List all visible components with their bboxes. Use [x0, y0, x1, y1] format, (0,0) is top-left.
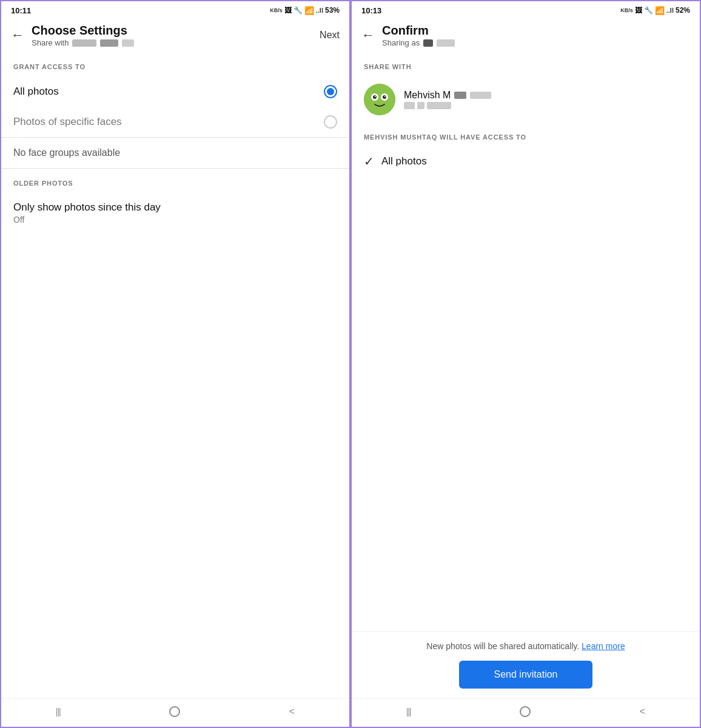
svg-point-3	[373, 95, 377, 99]
access-row: ✓ All photos	[352, 147, 700, 176]
left-bottom-nav	[1, 698, 349, 727]
name-blurred-1	[454, 92, 466, 99]
older-photos-option[interactable]: Only show photos since this day Off	[1, 193, 349, 228]
subtitle-blurred-2	[100, 39, 118, 47]
left-status-bar: 10:11 KB/s 🖼 🔧 📶 ..ll 53%	[1, 1, 349, 18]
left-content: GRANT ACCESS TO All photos Photos of spe…	[1, 52, 349, 698]
svg-point-6	[384, 96, 386, 97]
battery-text: 53%	[325, 6, 340, 15]
all-photos-option[interactable]: All photos	[1, 76, 349, 107]
next-button[interactable]: Next	[320, 30, 340, 41]
detail-blurred-1	[404, 102, 415, 109]
right-screen-title: Confirm	[382, 23, 690, 38]
right-status-icons: KB/s 🖼 🔧 📶 ..ll 52%	[620, 6, 690, 15]
signal-bars: ..ll	[316, 7, 323, 14]
older-photos-value: Off	[13, 215, 337, 224]
no-face-groups-text: No face groups available	[1, 138, 349, 168]
right-subtitle-blurred-2	[437, 39, 455, 47]
right-time: 10:13	[361, 6, 381, 15]
left-top-bar: ← Choose Settings Share with Next	[1, 18, 349, 52]
specific-faces-option[interactable]: Photos of specific faces	[1, 107, 349, 137]
grant-access-label: GRANT ACCESS TO	[1, 52, 349, 76]
battery-text-r: 52%	[676, 6, 690, 15]
signal-bars-r: ..ll	[666, 7, 674, 14]
all-photos-label: All photos	[13, 86, 59, 98]
right-back-button[interactable]: ←	[361, 29, 375, 42]
svg-point-5	[375, 96, 376, 97]
left-phone-screen: 10:11 KB/s 🖼 🔧 📶 ..ll 53% ← Choose Setti…	[0, 0, 350, 728]
right-subtitle-prefix: Sharing as	[382, 38, 420, 47]
learn-more-link[interactable]: Learn more	[582, 641, 625, 651]
gallery-icon: 🖼	[284, 6, 292, 15]
all-photos-radio[interactable]	[324, 85, 337, 98]
name-blurred-2	[470, 92, 491, 99]
subtitle-blurred-3	[122, 39, 134, 47]
right-bottom-nav	[352, 698, 700, 727]
access-to-label: MEHVISH MUSHTAQ WILL HAVE ACCESS TO	[352, 123, 700, 147]
auto-share-text: New photos will be shared automatically.…	[364, 641, 688, 651]
specific-faces-label: Photos of specific faces	[13, 116, 122, 128]
right-status-bar: 10:13 KB/s 🖼 🔧 📶 ..ll 52%	[352, 1, 700, 18]
contact-detail	[404, 102, 688, 109]
specific-faces-radio[interactable]	[324, 115, 337, 129]
detail-blurred-3	[427, 102, 451, 109]
right-nav-back-icon[interactable]	[640, 706, 645, 717]
right-phone-screen: 10:13 KB/s 🖼 🔧 📶 ..ll 52% ← Confirm Shar…	[350, 0, 701, 728]
right-screen-subtitle: Sharing as	[382, 38, 690, 47]
left-status-icons: KB/s 🖼 🔧 📶 ..ll 53%	[270, 6, 340, 15]
wrench-icon: 🔧	[293, 6, 303, 15]
left-back-button[interactable]: ←	[11, 29, 24, 42]
share-with-row: Mehvish M	[352, 76, 700, 123]
data-icon-r: KB/s	[620, 7, 633, 13]
left-title-group: Choose Settings Share with	[32, 23, 320, 47]
wifi-icon-r: 📶	[655, 6, 665, 15]
left-screen-subtitle: Share with	[32, 38, 320, 47]
checkmark-icon: ✓	[364, 154, 374, 169]
contact-avatar	[364, 84, 395, 115]
left-screen-title: Choose Settings	[32, 23, 320, 38]
contact-name-text: Mehvish M	[404, 90, 451, 101]
send-invitation-button[interactable]: Send invitation	[459, 661, 592, 689]
data-icon: KB/s	[270, 7, 283, 13]
avatar-image	[364, 84, 395, 115]
wifi-icon: 📶	[304, 6, 314, 15]
older-photos-label: OLDER PHOTOS	[1, 169, 349, 193]
avatar-svg	[364, 84, 395, 115]
subtitle-blurred-1	[72, 39, 96, 47]
right-footer: New photos will be shared automatically.…	[352, 631, 700, 698]
nav-back-icon[interactable]	[289, 706, 295, 717]
right-nav-home-icon[interactable]	[520, 706, 531, 717]
detail-blurred-2	[417, 102, 424, 109]
svg-point-4	[383, 95, 386, 99]
access-item-label: All photos	[381, 155, 427, 167]
nav-home-icon[interactable]	[169, 706, 180, 717]
contact-name: Mehvish M	[404, 90, 688, 101]
right-title-group: Confirm Sharing as	[382, 23, 690, 47]
auto-share-message: New photos will be shared automatically.	[426, 641, 579, 651]
older-photos-title: Only show photos since this day	[13, 201, 337, 214]
gallery-icon-r: 🖼	[635, 6, 642, 15]
wrench-icon-r: 🔧	[644, 6, 653, 15]
right-top-bar: ← Confirm Sharing as	[352, 18, 700, 52]
right-nav-menu-icon[interactable]	[406, 706, 411, 717]
subtitle-prefix: Share with	[32, 38, 69, 47]
share-with-label: SHARE WITH	[352, 52, 700, 76]
right-content: SHARE WITH	[352, 52, 700, 631]
left-time: 10:11	[11, 6, 31, 15]
right-subtitle-blurred-1	[423, 39, 433, 47]
nav-menu-icon[interactable]	[56, 706, 61, 717]
svg-point-0	[364, 84, 395, 115]
contact-info: Mehvish M	[404, 90, 688, 109]
